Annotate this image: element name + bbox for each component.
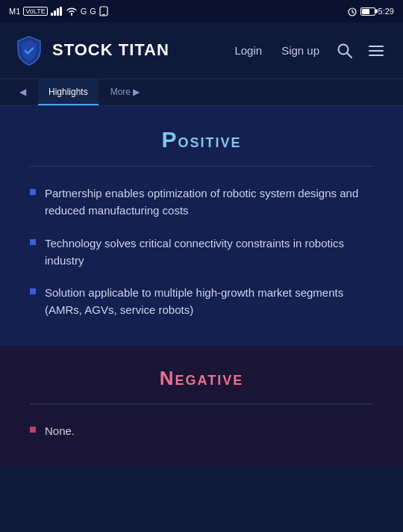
positive-bullet-2: Technology solves critical connectivity … [30, 235, 373, 270]
search-icon [337, 43, 353, 59]
positive-bullet-3: Solution applicable to multiple high-gro… [30, 284, 373, 319]
negative-section: Negative None. [0, 346, 403, 466]
logo-area: STOCK TITAN [13, 35, 227, 66]
bullet-square-1 [30, 189, 36, 195]
status-bar: M1 VoLTE G G [0, 0, 403, 22]
wifi-icon [66, 7, 78, 16]
time-display: 5:29 [378, 7, 394, 16]
positive-bullet-1-text: Partnership enables optimization of robo… [45, 185, 373, 220]
svg-rect-1 [54, 10, 56, 16]
tab-highlights[interactable]: Highlights [38, 79, 99, 105]
status-left: M1 VoLTE G G [9, 6, 108, 16]
negative-divider [30, 403, 373, 404]
tab-highlights-label: Highlights [49, 87, 88, 97]
bullet-square-2 [30, 239, 36, 245]
svg-rect-2 [57, 8, 59, 16]
positive-title: Positive [30, 127, 373, 152]
g2-label: G [90, 7, 96, 16]
negative-title: Negative [30, 367, 373, 390]
svg-rect-5 [102, 14, 105, 15]
negative-bullet-1-text: None. [45, 422, 75, 439]
g1-label: G [81, 7, 87, 16]
menu-button[interactable] [363, 37, 390, 64]
header: STOCK TITAN Login Sign up [0, 22, 403, 79]
volte-label: VoLTE [23, 7, 47, 16]
tab-prev[interactable]: ◀ [9, 79, 37, 105]
positive-bullet-3-text: Solution applicable to multiple high-gro… [45, 284, 373, 319]
status-right: 5:29 [347, 6, 394, 16]
carrier-label: M1 [9, 7, 20, 16]
tab-more[interactable]: More ▶ [100, 79, 151, 105]
phone-icon [99, 6, 108, 16]
svg-rect-0 [51, 13, 53, 16]
tab-bar: ◀ Highlights More ▶ [0, 79, 403, 106]
negative-bullet-1: None. [30, 422, 373, 439]
content-area: Positive Partnership enables optimizatio… [0, 106, 403, 532]
positive-bullet-1: Partnership enables optimization of robo… [30, 185, 373, 220]
positive-bullets: Partnership enables optimization of robo… [30, 185, 373, 319]
battery-icon [360, 7, 375, 16]
alarm-icon [347, 6, 357, 16]
svg-line-10 [347, 53, 352, 58]
tab-more-label: More ▶ [110, 87, 140, 97]
negative-bullet-square [30, 427, 36, 433]
nav-links: Login Sign up [227, 37, 390, 64]
hamburger-icon [368, 43, 384, 59]
positive-divider [30, 166, 373, 167]
signup-link[interactable]: Sign up [274, 40, 327, 61]
tab-prev-label: ◀ [19, 87, 26, 97]
positive-bullet-2-text: Technology solves critical connectivity … [45, 235, 373, 270]
signal-icon [51, 7, 63, 16]
svg-line-8 [352, 12, 354, 13]
svg-rect-3 [60, 7, 62, 16]
logo-icon [13, 35, 45, 66]
bullet-square-3 [30, 288, 36, 294]
login-link[interactable]: Login [227, 40, 269, 61]
positive-section: Positive Partnership enables optimizatio… [0, 106, 403, 346]
search-button[interactable] [331, 37, 358, 64]
logo-text: STOCK TITAN [52, 41, 169, 59]
